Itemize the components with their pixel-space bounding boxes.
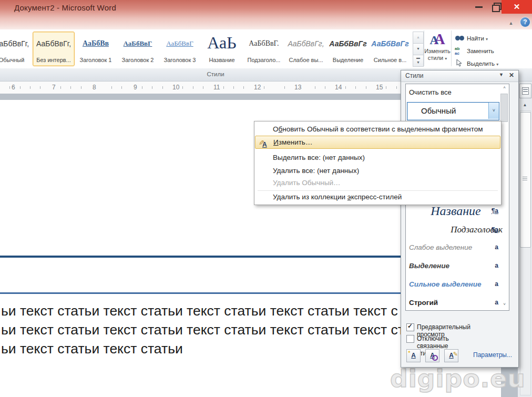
replace-button[interactable]: ab ac Заменить <box>453 45 515 57</box>
style-combobox-normal[interactable]: Обычный ˅ <box>407 102 499 120</box>
task-pane-menu-button[interactable]: ▼ <box>499 72 504 77</box>
change-styles-icon: АА <box>424 30 451 48</box>
scroll-up-icon: ▲ <box>416 35 420 39</box>
character-style-badge: a <box>495 299 498 306</box>
ruler-number: 14 <box>333 84 343 91</box>
menu-item-select-all[interactable]: Выделить все: (нет данных) <box>255 151 499 164</box>
chevron-down-icon: ▾ <box>445 56 447 61</box>
style-inspector-button[interactable]: А <box>425 349 439 362</box>
list-scrollbar-thumb[interactable] <box>500 94 508 122</box>
gallery-item-emphasis[interactable]: АаБбВвГг Выделение <box>327 32 369 66</box>
combobox-dropdown-button[interactable]: ˅ <box>488 103 499 119</box>
style-item-intense-emphasis[interactable]: Сильное выделение <box>406 280 506 288</box>
ruler-toggle-icon <box>522 87 529 95</box>
menu-item-remove-from-gallery[interactable]: Удалить из коллекции экспресс-стилей <box>255 190 499 203</box>
chevron-down-icon: ▾ <box>496 62 498 67</box>
find-button[interactable]: Найти ▾ <box>453 33 515 45</box>
change-styles-button[interactable]: АА Изменить стили ▾ <box>424 30 451 67</box>
gallery-item-heading3[interactable]: АаБбВвГ Заголовок 3 <box>159 32 201 66</box>
style-context-menu: Обновить Обычный в соответствии с выделе… <box>254 121 502 205</box>
list-scroll-up-button[interactable]: ˄ <box>501 85 508 93</box>
gallery-expand-button[interactable]: ▬▼ <box>413 55 424 67</box>
scroll-down-icon: ▼ <box>416 47 420 50</box>
styles-task-pane: Стили ▼ ✕ Очистить все Обычный ˅ Названи… <box>401 70 519 368</box>
character-style-badge: a <box>495 280 498 288</box>
gallery-item-heading2[interactable]: АаБбВвГ Заголовок 2 <box>117 32 159 66</box>
list-scroll-down-button[interactable]: ˅ <box>501 302 508 309</box>
style-item-title[interactable]: Название <box>406 204 506 218</box>
scroll-up-icon: ▲ <box>523 103 527 107</box>
ribbon-styles-group: АаБбВвГг, Обычный АаБбВвГг, Без интерв..… <box>0 29 532 68</box>
minimize-icon <box>475 6 483 8</box>
gallery-item-strong-emphasis[interactable]: АаБбВвГг Сильное в... <box>369 32 411 66</box>
ruler-number: 10 <box>171 84 181 91</box>
style-item-subtitle[interactable]: Подзаголовок <box>406 225 516 235</box>
minimize-button[interactable] <box>471 0 487 13</box>
replace-icon: ab ac <box>455 46 459 56</box>
word-window: Документ2 - Microsoft Word ✕ ▲ ? АаБбВвГ… <box>0 0 532 397</box>
chevron-up-icon: ˄ <box>503 85 506 90</box>
help-icon: ? <box>523 18 527 26</box>
task-pane-header[interactable]: Стили ▼ ✕ <box>401 70 518 82</box>
window-title: Документ2 - Microsoft Word <box>14 3 116 12</box>
gallery-item-title[interactable]: АаЬ Название <box>201 32 243 66</box>
select-cursor-icon <box>456 59 463 68</box>
find-icon <box>455 35 464 42</box>
manage-styles-button[interactable]: А ✎ <box>444 349 458 362</box>
gallery-item-subtitle[interactable]: АаБбВвГ. Подзаголо... <box>243 32 285 66</box>
ruler-number: 13 <box>293 84 303 91</box>
titlebar[interactable]: Документ2 - Microsoft Word ✕ ▲ ? <box>0 0 532 29</box>
gallery-item-subtle-emphasis[interactable]: АаБбВвГг, Слабое вы... <box>285 32 327 66</box>
menu-item-delete-all[interactable]: Удалить все: (нет данных) <box>255 164 499 177</box>
style-item-clear-all[interactable]: Очистить все <box>406 88 506 96</box>
character-style-badge: a <box>495 262 498 269</box>
menu-item-update-normal[interactable]: Обновить Обычный в соответствии с выделе… <box>255 123 499 136</box>
menu-item-delete-normal: Удалить Обычный… <box>255 176 499 189</box>
ruler-toggle-button[interactable] <box>519 84 531 98</box>
scroll-up-button[interactable]: ▲ <box>520 100 530 109</box>
ruler-number: 9 <box>132 84 139 91</box>
ruler-number: 6 <box>10 84 17 91</box>
style-item-strict[interactable]: Строгий <box>406 299 506 307</box>
style-item-emphasis[interactable]: Выделение <box>406 262 506 270</box>
ruler-number: 15 <box>374 84 384 91</box>
ruler-number: 7 <box>50 84 57 91</box>
task-pane-title: Стили <box>405 72 424 79</box>
chevron-down-icon: ▾ <box>486 37 488 42</box>
chevron-down-icon: ˅ <box>493 108 495 113</box>
style-item-subtle-emphasis[interactable]: Слабое выделение <box>406 243 506 251</box>
scrollbar-thumb[interactable] <box>520 112 531 248</box>
paragraph-style-badge: ¶a <box>492 207 498 215</box>
styles-group-label: Стили <box>189 71 242 77</box>
gallery-item-heading1[interactable]: АаБбВв Заголовок 1 <box>75 32 117 66</box>
ruler-number: 12 <box>252 84 262 91</box>
ruler-number: 11 <box>212 84 221 91</box>
ruler-number: 8 <box>91 84 98 91</box>
close-button[interactable]: ✕ <box>502 0 532 14</box>
chevron-down-icon: ˅ <box>503 302 506 307</box>
options-link[interactable]: Параметры... <box>473 351 512 359</box>
new-style-icon: А <box>411 352 416 359</box>
help-button[interactable]: ? <box>520 17 530 27</box>
character-style-badge: a <box>495 243 498 251</box>
task-pane-close-button[interactable]: ✕ <box>509 72 514 79</box>
gallery-scroll-down-button[interactable]: ▼ <box>413 43 424 55</box>
scrollbar-grip-icon <box>523 177 527 181</box>
watermark: digipo.eu <box>390 364 526 393</box>
gallery-item-no-spacing[interactable]: АаБбВвГг, Без интерв... <box>33 32 75 66</box>
combobox-value: Обычный <box>421 106 456 115</box>
gallery-scroll-up-button[interactable]: ▲ <box>413 32 424 44</box>
checkbox-checked-icon: ✓ <box>406 323 414 331</box>
chevron-up-icon: ▲ <box>509 21 514 26</box>
modify-style-icon: ✎А <box>259 138 269 147</box>
gallery-item-normal[interactable]: АаБбВвГг, Обычный <box>0 32 33 66</box>
vertical-scrollbar: ▲ <box>518 82 532 397</box>
new-style-button[interactable]: А ✦ <box>406 349 421 362</box>
gallery-scrollbar: ▲ ▼ ▬▼ <box>413 32 423 66</box>
expand-gallery-icon: ▬▼ <box>416 56 420 64</box>
menu-item-modify[interactable]: ✎А Изменить… <box>255 136 500 149</box>
checkbox-unchecked-icon <box>406 335 414 343</box>
collapse-ribbon-button[interactable]: ▲ <box>506 19 516 27</box>
paragraph-style-badge: ¶a <box>492 226 498 233</box>
